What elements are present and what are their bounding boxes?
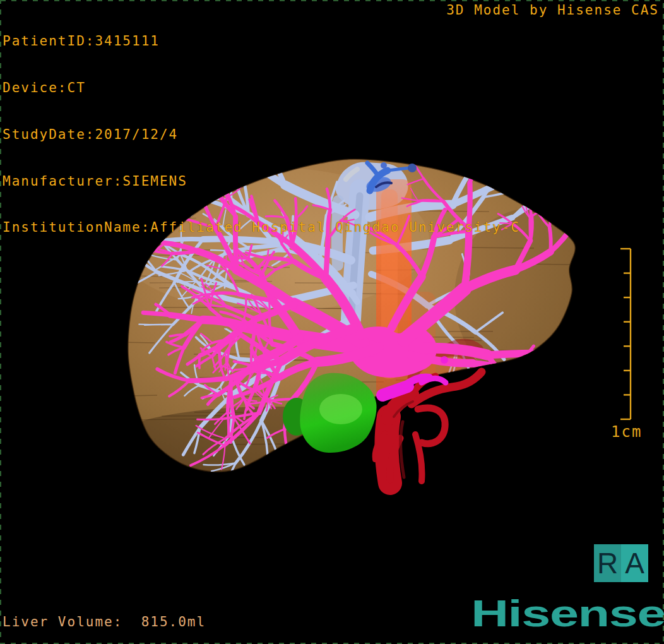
metadata-line-institution: InstitutionName:Affiliated Hospital Qing… bbox=[3, 220, 520, 236]
orientation-marker: R A bbox=[594, 544, 648, 582]
metadata-line-study-date: StudyDate:2017/12/4 bbox=[3, 127, 520, 143]
liver-volume-readout: Liver Volume: 815.0ml bbox=[3, 614, 206, 630]
hisense-logo: Hisense bbox=[471, 595, 664, 633]
metadata-line-patient-id: PatientID:3415111 bbox=[3, 33, 520, 49]
patient-metadata: PatientID:3415111 Device:CT StudyDate:20… bbox=[3, 3, 520, 266]
viewer-window: 1cm PatientID:3415111 Device:CT StudyDat… bbox=[0, 0, 664, 644]
scale-bar-label: 1cm bbox=[611, 423, 642, 441]
scale-bar bbox=[620, 249, 631, 419]
orientation-marker-right-label: R bbox=[594, 544, 621, 582]
orientation-marker-anterior-label: A bbox=[621, 544, 648, 582]
metadata-line-manufacturer: Manufacturer:SIEMENS bbox=[3, 174, 520, 189]
watermark-title: 3D Model by Hisense CAS bbox=[446, 3, 659, 18]
metadata-line-device: Device:CT bbox=[3, 80, 520, 96]
